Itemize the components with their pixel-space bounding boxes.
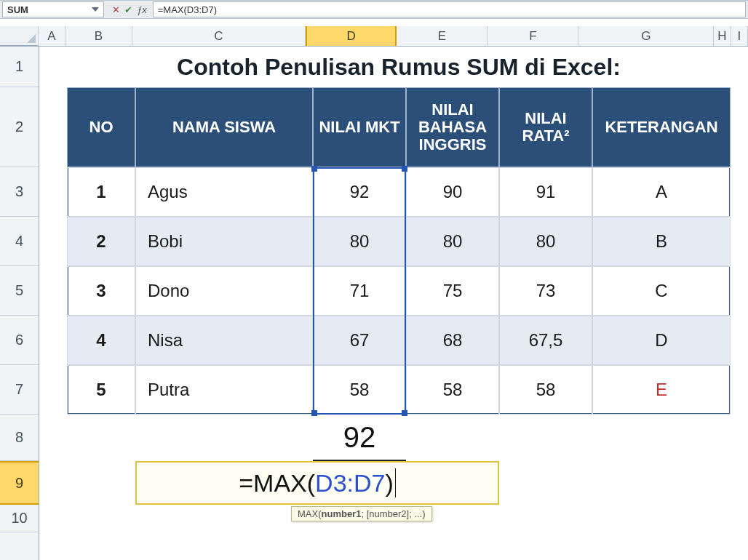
sheet-body: 12345678910 Contoh Penulisan Rumus SUM d… [0,47,748,560]
cell-F7[interactable]: 58 [499,365,592,415]
row-header-7[interactable]: 7 [0,365,39,415]
cell-B4[interactable]: 2 [67,217,135,266]
col-header-F[interactable]: F [488,26,578,46]
cell-G3[interactable]: A [592,167,731,217]
cell-B6[interactable]: 4 [67,316,135,365]
cell-B3[interactable]: 1 [67,167,135,217]
name-box[interactable]: SUM [2,1,104,17]
cell-E3[interactable]: 90 [406,167,499,217]
formula-bar-buttons: ✕ ✔ ƒx [106,1,153,18]
page-title: Contoh Penulisan Rumus SUM di Excel: [67,47,731,87]
cell-E7[interactable]: 58 [406,365,499,415]
formula-text: =MAX(D3:D7) [158,4,217,15]
col-header-I[interactable]: I [731,26,748,46]
cell-B5[interactable]: 3 [67,266,135,316]
col-header-D[interactable]: D [306,26,397,46]
cell-C4[interactable]: Bobi [135,217,313,266]
formula-bar: SUM ✕ ✔ ƒx =MAX(D3:D7) [0,0,748,19]
formula-part-ref: D3:D7 [315,469,385,497]
header-nama: NAMA SISWA [135,87,313,167]
cancel-icon[interactable]: ✕ [112,4,120,15]
text-caret [395,468,396,497]
row-header-10[interactable]: 10 [0,505,39,532]
cell-F3[interactable]: 91 [499,167,592,217]
editing-cell-d9[interactable]: =MAX(D3:D7) [135,461,499,505]
cell-F6[interactable]: 67,5 [499,316,592,365]
cell-D3[interactable]: 92 [313,167,406,217]
header-bahasa: NILAI BAHASA INGGRIS [406,87,499,167]
col-header-C[interactable]: C [132,26,306,46]
cell-G4[interactable]: B [592,217,731,266]
cell-C3[interactable]: Agus [135,167,313,217]
column-headers: ABCDEFGHI [0,26,748,47]
row-headers: 12345678910 [0,47,39,560]
formula-input[interactable]: =MAX(D3:D7) [153,1,746,17]
function-tooltip: MAX(number1; [number2]; ...) [291,506,432,521]
cell-F4[interactable]: 80 [499,217,592,266]
cell-D7[interactable]: 58 [313,365,406,415]
row-header-2[interactable]: 2 [0,87,39,167]
col-header-E[interactable]: E [397,26,488,46]
cell-B7[interactable]: 5 [67,365,135,415]
row-header-9[interactable]: 9 [0,461,39,505]
col-header-B[interactable]: B [65,26,132,46]
name-box-dropdown-icon[interactable] [92,7,99,12]
cell-D4[interactable]: 80 [313,217,406,266]
cell-C5[interactable]: Dono [135,266,313,316]
cell-E4[interactable]: 80 [406,217,499,266]
header-ket: KETERANGAN [592,87,731,167]
cell-D6[interactable]: 67 [313,316,406,365]
row-header-8[interactable]: 8 [0,415,39,461]
cell-E6[interactable]: 68 [406,316,499,365]
header-rata: NILAI RATA² [499,87,592,167]
confirm-icon[interactable]: ✔ [124,4,132,15]
cell-G5[interactable]: C [592,266,731,316]
col-header-A[interactable]: A [39,26,65,46]
cell-F5[interactable]: 73 [499,266,592,316]
select-all-corner[interactable] [0,26,39,46]
cell-G6[interactable]: D [592,316,731,365]
formula-part-prefix: =MAX( [239,469,315,497]
result-value: 92 [313,415,406,461]
cells-area[interactable]: Contoh Penulisan Rumus SUM di Excel:NONA… [39,47,748,560]
cell-D5[interactable]: 71 [313,266,406,316]
cell-E5[interactable]: 75 [406,266,499,316]
cell-C7[interactable]: Putra [135,365,313,415]
row-header-6[interactable]: 6 [0,316,39,365]
row-header-1[interactable]: 1 [0,47,39,87]
fx-icon[interactable]: ƒx [137,4,147,15]
header-mkt: NILAI MKT [313,87,406,167]
cell-G7[interactable]: E [592,365,731,415]
header-no: NO [67,87,135,167]
formula-part-suffix: ) [385,469,393,497]
row-header-4[interactable]: 4 [0,217,39,266]
row-header-5[interactable]: 5 [0,266,39,316]
row-header-3[interactable]: 3 [0,167,39,217]
name-box-text: SUM [7,4,92,15]
cell-C6[interactable]: Nisa [135,316,313,365]
col-header-G[interactable]: G [578,26,714,46]
col-header-H[interactable]: H [714,26,731,46]
